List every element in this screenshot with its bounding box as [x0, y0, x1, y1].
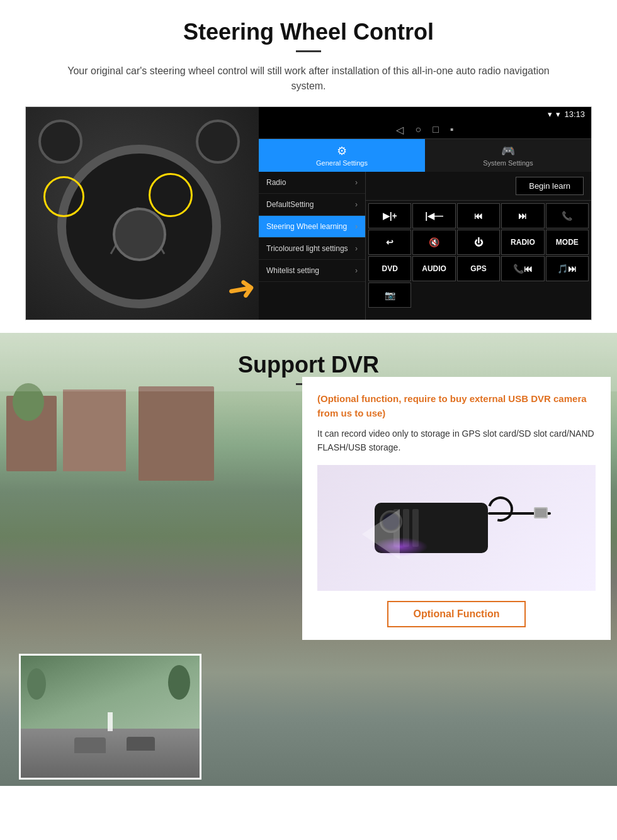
gps-btn[interactable]: GPS: [457, 256, 500, 281]
begin-learn-button[interactable]: Begin learn: [516, 177, 584, 195]
dvr-optional-text: (Optional function, require to buy exter…: [317, 392, 596, 420]
dvr-info-box: (Optional function, require to buy exter…: [302, 377, 611, 640]
tab-general-settings[interactable]: ⚙ General Settings: [259, 139, 425, 172]
menu-item-whitelist[interactable]: Whitelist setting ›: [259, 260, 365, 282]
vol-down-btn[interactable]: |◀—: [412, 203, 455, 228]
recents-icon[interactable]: □: [433, 124, 439, 136]
mode-btn[interactable]: MODE: [546, 230, 589, 255]
music-next-btn[interactable]: 🎵⏭: [546, 256, 589, 281]
time-display: 13:13: [564, 109, 585, 119]
power-btn[interactable]: ⏻: [457, 230, 500, 255]
wifi-icon: ▾: [556, 109, 560, 119]
dvr-camera-image: [317, 465, 596, 591]
right-control-highlight: [149, 173, 193, 217]
tab-general-label: General Settings: [316, 159, 368, 167]
section2-title: Support DVR: [0, 352, 617, 378]
vol-up-btn[interactable]: ▶|+: [368, 203, 411, 228]
signal-icon: ▾: [548, 109, 552, 119]
tel-prev-btn[interactable]: 📞⏮: [501, 256, 544, 281]
android-ui-panel: ▾ ▾ 13:13 ◁ ○ □ ▪ ⚙ General Settings 🎮 S…: [259, 107, 591, 320]
camera-btn[interactable]: 📷: [368, 283, 411, 308]
begin-learn-row: Begin learn: [366, 172, 591, 201]
dvr-section: Support DVR (Optional function, require …: [0, 333, 617, 786]
section1-description: Your original car's steering wheel contr…: [50, 64, 567, 94]
dvd-btn[interactable]: DVD: [368, 256, 411, 281]
chevron-icon: ›: [355, 222, 358, 231]
title-divider: [296, 50, 321, 52]
car-silhouette-2: [127, 737, 155, 751]
chevron-icon: ›: [355, 244, 358, 253]
menu-item-steering-wheel[interactable]: Steering Wheel learning ›: [259, 216, 365, 238]
next-btn[interactable]: ⏭: [501, 203, 544, 228]
android-statusbar: ▾ ▾ 13:13: [259, 107, 591, 121]
control-button-grid: ▶|+ |◀— ⏮ ⏭ 📞 ↩ 🔇 ⏻ RADIO MODE DVD AUDIO…: [366, 201, 591, 310]
menu-item-default-setting[interactable]: DefaultSetting ›: [259, 194, 365, 216]
dvr-camera-thumbnail: [19, 654, 201, 780]
home-icon[interactable]: ○: [415, 124, 421, 136]
section1-title: Steering Wheel Control: [25, 19, 592, 45]
chevron-icon: ›: [355, 178, 358, 187]
screenshot-icon[interactable]: ▪: [450, 124, 454, 136]
left-control-highlight: [43, 176, 84, 217]
steering-wheel-section: Steering Wheel Control Your original car…: [0, 0, 617, 333]
android-menu: Radio › DefaultSetting › Steering Wheel …: [259, 172, 366, 320]
cam-thumb-inner: [21, 656, 200, 778]
dvr-description: It can record video only to storage in G…: [317, 427, 596, 455]
tab-system-label: System Settings: [483, 159, 533, 167]
tab-system-settings[interactable]: 🎮 System Settings: [425, 139, 591, 172]
android-tabs: ⚙ General Settings 🎮 System Settings: [259, 139, 591, 172]
settings-gear-icon: ⚙: [337, 144, 347, 158]
android-right-panel: Begin learn ▶|+ |◀— ⏮ ⏭ 📞 ↩ 🔇 ⏻ RADIO MO…: [366, 172, 591, 320]
call-btn[interactable]: 📞: [546, 203, 589, 228]
optional-function-button[interactable]: Optional Function: [387, 601, 526, 627]
chevron-icon: ›: [355, 200, 358, 209]
radio-btn[interactable]: RADIO: [501, 230, 544, 255]
audio-btn[interactable]: AUDIO: [412, 256, 455, 281]
android-content-area: Radio › DefaultSetting › Steering Wheel …: [259, 172, 591, 320]
menu-item-radio[interactable]: Radio ›: [259, 172, 365, 194]
back-icon[interactable]: ◁: [396, 124, 404, 136]
hangup-btn[interactable]: ↩: [368, 230, 411, 255]
prev-btn[interactable]: ⏮: [457, 203, 500, 228]
system-icon: 🎮: [501, 144, 515, 158]
mute-btn[interactable]: 🔇: [412, 230, 455, 255]
car-silhouette-1: [74, 737, 106, 753]
chevron-icon: ›: [355, 266, 358, 275]
android-nav-bar: ◁ ○ □ ▪: [259, 121, 591, 139]
menu-item-tricoloured[interactable]: Tricoloured light settings ›: [259, 238, 365, 260]
screenshot-area: ➜ ▾ ▾ 13:13 ◁ ○ □ ▪ ⚙ General Settings: [25, 106, 592, 320]
steering-wheel-image: ➜: [26, 107, 259, 320]
